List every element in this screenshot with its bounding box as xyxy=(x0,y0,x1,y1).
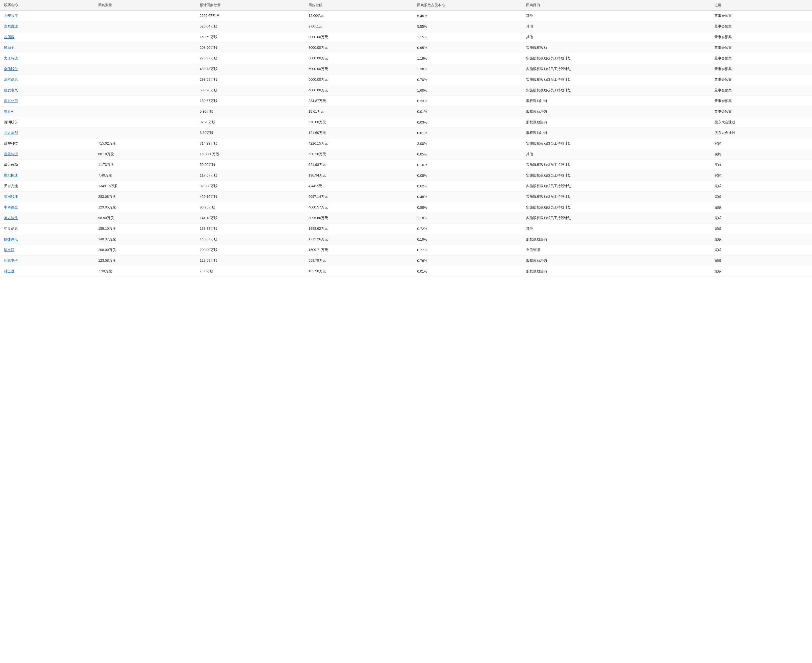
cell-progress: 完成 xyxy=(710,255,812,266)
table-row: 星网锐捷283.08万股420.16万股5097.14万元0.48%实施股权激励… xyxy=(0,192,812,202)
cell-ratio: 1.18% xyxy=(413,53,522,64)
cell-progress: 实施 xyxy=(710,160,812,170)
stock-name-link[interactable]: 英方软件 xyxy=(4,216,18,220)
table-row: 天合光能1349.16万股923.08万股4.44亿元0.62%实施股权激励或员… xyxy=(0,181,812,192)
cell-amount: 6000.00万元 xyxy=(304,53,413,64)
stock-name-link[interactable]: 世纪恒通 xyxy=(4,173,18,177)
cell-qty: 7.30万股 xyxy=(94,266,196,277)
cell-amount: 121.60万元 xyxy=(304,128,413,138)
cell-amount: 521.98万元 xyxy=(304,160,413,170)
stock-name-link[interactable]: 清水源 xyxy=(4,248,15,252)
cell-stock-name[interactable]: 芯朋微 xyxy=(0,32,94,42)
stock-name-link[interactable]: 同惠电子 xyxy=(4,259,18,262)
cell-stock-name[interactable]: 北方华创 xyxy=(0,128,94,138)
cell-qty xyxy=(94,21,196,32)
cell-stock-name[interactable]: 法本信息 xyxy=(0,74,94,85)
cell-amount: 8000.00万元 xyxy=(304,42,413,53)
cell-stock-name[interactable]: 凯发电气 xyxy=(0,85,94,96)
cell-stock-name[interactable]: 清水源 xyxy=(0,245,94,255)
cell-plan-qty: 130.67万股 xyxy=(196,96,304,107)
cell-stock-name[interactable]: 森鹰窗业 xyxy=(0,21,94,32)
table-row: 清水源200.00万股200.00万股1509.71万元0.77%市值管理完成 xyxy=(0,245,812,255)
cell-purpose: 实施股权激励或员工持股计划 xyxy=(522,160,710,170)
cell-progress: 实施 xyxy=(710,149,812,160)
cell-stock-name[interactable]: 九安医疗 xyxy=(0,11,94,21)
cell-stock-name[interactable]: 蜂助手 xyxy=(0,42,94,53)
header-progress: 进度 xyxy=(710,0,812,11)
cell-ratio: 0.05% xyxy=(413,149,522,160)
cell-amount: 3095.66万元 xyxy=(304,213,413,223)
cell-stock-name[interactable]: 同惠电子 xyxy=(0,255,94,266)
table-row: 威力传动11.73万股50.00万股521.98万元0.16%实施股权激励或员工… xyxy=(0,160,812,170)
cell-qty xyxy=(94,128,196,138)
table-row: 力诺特玻273.97万股6000.00万元1.18%实施股权激励或员工持股计划董… xyxy=(0,53,812,64)
cell-qty: 715.02万股 xyxy=(94,138,196,149)
stock-name-link[interactable]: 全信股份 xyxy=(4,67,18,71)
cell-stock-name[interactable]: 南京公用 xyxy=(0,96,94,107)
cell-ratio: 1.15% xyxy=(413,32,522,42)
cell-purpose: 实施股权激励或员工持股计划 xyxy=(522,138,710,149)
cell-progress: 实施 xyxy=(710,170,812,181)
cell-stock-name[interactable]: 捷捷微电 xyxy=(0,234,94,245)
cell-purpose: 实施股权激励或员工持股计划 xyxy=(522,53,710,64)
cell-stock-name[interactable]: 鲁泰A xyxy=(0,107,94,117)
cell-amount: 670.08万元 xyxy=(304,117,413,128)
cell-stock-name[interactable]: 科士达 xyxy=(0,266,94,277)
stock-name-link[interactable]: 嘉化能源 xyxy=(4,152,18,156)
cell-purpose: 其他 xyxy=(522,223,710,234)
cell-ratio: 0.08% xyxy=(413,170,522,181)
stock-name-link[interactable]: 捷捷微电 xyxy=(4,237,18,241)
cell-plan-qty: 200.00万股 xyxy=(196,245,304,255)
cell-purpose: 股权激励注销 xyxy=(522,266,710,277)
cell-stock-name[interactable]: 中科微至 xyxy=(0,202,94,213)
cell-stock-name[interactable]: 全信股份 xyxy=(0,64,94,74)
cell-stock-name[interactable]: 嘉化能源 xyxy=(0,149,94,160)
cell-plan-qty: 526.04万股 xyxy=(196,21,304,32)
table-row: 凯发电气508.26万股4000.00万元1.60%实施股权激励或员工持股计划董… xyxy=(0,85,812,96)
cell-purpose: 股权激励注销 xyxy=(522,128,710,138)
cell-stock-name: 威力传动 xyxy=(0,160,94,170)
stock-name-link[interactable]: 芯朋微 xyxy=(4,35,15,39)
stock-name-link[interactable]: 力诺特玻 xyxy=(4,56,18,60)
cell-plan-qty: 7.30万股 xyxy=(196,266,304,277)
cell-progress: 完成 xyxy=(710,223,812,234)
stock-name-link[interactable]: 科士达 xyxy=(4,269,15,273)
cell-amount: 6000.00万元 xyxy=(304,64,413,74)
cell-purpose: 股权激励注销 xyxy=(522,96,710,107)
stock-name-link[interactable]: 法本信息 xyxy=(4,78,18,81)
cell-ratio: 0.98% xyxy=(413,202,522,213)
cell-amount: 8000.00万元 xyxy=(304,32,413,42)
cell-purpose: 其他 xyxy=(522,11,710,21)
stock-name-link[interactable]: 蜂助手 xyxy=(4,45,15,50)
cell-qty xyxy=(94,96,196,107)
cell-amount: 198.94万元 xyxy=(304,170,413,181)
cell-stock-name[interactable]: 力诺特玻 xyxy=(0,53,94,64)
stock-name-link[interactable]: 中科微至 xyxy=(4,205,18,209)
cell-qty: 129.05万股 xyxy=(94,202,196,213)
cell-amount: 1998.62万元 xyxy=(304,223,413,234)
cell-qty: 7.40万股 xyxy=(94,170,196,181)
cell-stock-name[interactable]: 英方软件 xyxy=(0,213,94,223)
cell-progress: 完成 xyxy=(710,202,812,213)
cell-stock-name: 天合光能 xyxy=(0,181,94,192)
cell-ratio: 0.72% xyxy=(413,223,522,234)
cell-ratio: 0.70% xyxy=(413,74,522,85)
cell-ratio: 0.01% xyxy=(413,128,522,138)
cell-amount: 2.00亿元 xyxy=(304,21,413,32)
stock-name-link[interactable]: 森鹰窗业 xyxy=(4,24,18,28)
cell-qty xyxy=(94,32,196,42)
cell-plan-qty: 420.16万股 xyxy=(196,192,304,202)
stock-name-link[interactable]: 九安医疗 xyxy=(4,14,18,18)
stock-name-link[interactable]: 星网锐捷 xyxy=(4,195,18,199)
cell-progress: 完成 xyxy=(710,234,812,245)
stock-name-link[interactable]: 鲁泰A xyxy=(4,110,13,113)
cell-plan-qty: 5.90万股 xyxy=(196,107,304,117)
stock-name-link[interactable]: 南京公用 xyxy=(4,99,18,103)
stock-name-link[interactable]: 北方华创 xyxy=(4,131,18,135)
cell-amount: 530.20万元 xyxy=(304,149,413,160)
cell-stock-name[interactable]: 世纪恒通 xyxy=(0,170,94,181)
cell-amount: 4226.15万元 xyxy=(304,138,413,149)
stock-name-link[interactable]: 凯发电气 xyxy=(4,88,18,92)
cell-stock-name[interactable]: 星网锐捷 xyxy=(0,192,94,202)
cell-plan-qty: 1697.80万股 xyxy=(196,149,304,160)
